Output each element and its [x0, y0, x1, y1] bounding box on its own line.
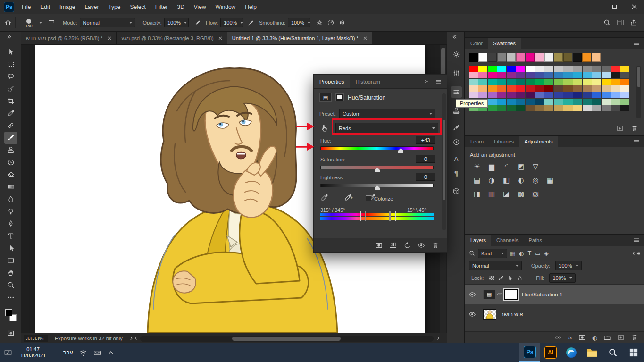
swatch[interactable]: [573, 53, 582, 62]
swatch[interactable]: [469, 92, 478, 98]
swatch[interactable]: [602, 66, 611, 72]
swatch[interactable]: [488, 79, 497, 85]
layer-visibility-toggle[interactable]: [465, 285, 479, 304]
range-handle[interactable]: [365, 211, 366, 221]
swatch[interactable]: [583, 99, 592, 105]
link-layers-icon[interactable]: [554, 334, 562, 341]
swatch[interactable]: [535, 105, 544, 111]
swatch[interactable]: [544, 92, 553, 98]
delete-adjustment-icon[interactable]: [432, 242, 439, 249]
targeted-adjustment-icon[interactable]: [320, 124, 329, 132]
opacity-select[interactable]: 100%: [164, 18, 189, 27]
swatch[interactable]: [583, 72, 592, 78]
hand-tool[interactable]: [4, 267, 17, 279]
swatch[interactable]: [497, 72, 506, 78]
tab-learn[interactable]: Learn: [465, 136, 489, 147]
hue-slider[interactable]: [320, 146, 434, 150]
swatch[interactable]: [620, 92, 629, 98]
swatch[interactable]: [620, 66, 629, 72]
tab-close-icon[interactable]: [363, 36, 367, 40]
kind-filter-select[interactable]: Kind: [478, 249, 507, 258]
foreground-color-swatch[interactable]: [5, 309, 12, 316]
lock-transparency-icon[interactable]: [489, 276, 494, 280]
toggle-visibility-icon[interactable]: [418, 242, 425, 249]
airbrush-icon[interactable]: [247, 19, 255, 26]
swatch[interactable]: [620, 85, 629, 92]
swatch[interactable]: [583, 79, 592, 85]
levels-adjustment-icon[interactable]: ▆: [486, 162, 497, 171]
swatch[interactable]: [592, 92, 601, 98]
swatch[interactable]: [563, 72, 572, 78]
shape-tool[interactable]: [4, 254, 17, 267]
swatch[interactable]: [544, 53, 553, 62]
swatch[interactable]: [526, 53, 535, 62]
taskbar-illustrator-button[interactable]: Ai: [540, 343, 561, 362]
document-tab-2[interactable]: מגע.psd @ 8.33% (Rectangle 3, RGB/8): [117, 32, 227, 44]
tab-color[interactable]: Color: [465, 38, 488, 49]
paragraph-panel-icon[interactable]: ¶: [451, 168, 462, 179]
new-layer-icon[interactable]: [617, 334, 625, 341]
language-indicator[interactable]: עבר: [63, 349, 73, 356]
panels-expand-icon[interactable]: [452, 34, 458, 40]
gradient-map-adjustment-icon[interactable]: ▩: [516, 189, 526, 199]
swatch[interactable]: [478, 85, 487, 92]
curves-adjustment-icon[interactable]: ◜: [501, 162, 511, 171]
layer-fill-select[interactable]: 100%: [549, 273, 576, 283]
range-handle[interactable]: [360, 211, 361, 221]
menu-view[interactable]: View: [189, 0, 211, 14]
type-filter-icon[interactable]: T: [528, 250, 531, 257]
type-tool[interactable]: [4, 230, 17, 242]
color-swatches[interactable]: [5, 309, 17, 321]
posterize-adjustment-icon[interactable]: ▥: [486, 189, 497, 199]
3d-panel-icon[interactable]: [451, 185, 462, 197]
swatch[interactable]: [602, 79, 611, 85]
gradient-tool[interactable]: [4, 181, 17, 193]
swatch[interactable]: [602, 72, 611, 78]
pixel-filter-icon[interactable]: ▦: [510, 250, 515, 257]
home-icon[interactable]: [4, 19, 12, 26]
swatch[interactable]: [469, 66, 478, 72]
swatch[interactable]: [516, 53, 525, 62]
swatch[interactable]: [620, 99, 629, 105]
swatch[interactable]: [563, 79, 572, 85]
quick-mask-button[interactable]: [4, 327, 17, 339]
swatch[interactable]: [544, 105, 553, 111]
swatch[interactable]: [526, 92, 535, 98]
swatch[interactable]: [497, 85, 506, 92]
layer-name[interactable]: Hue/Saturation 1: [522, 292, 562, 297]
swatch[interactable]: [488, 66, 497, 72]
filter-search-icon[interactable]: [469, 250, 475, 256]
swatch[interactable]: [544, 66, 553, 72]
swatch[interactable]: [497, 99, 506, 105]
swatch[interactable]: [507, 99, 516, 105]
pen-tablet-tray-icon[interactable]: [4, 348, 12, 357]
swatch[interactable]: [469, 79, 478, 85]
swatch[interactable]: [535, 66, 544, 72]
swatch[interactable]: [497, 105, 506, 111]
vibrance-adjustment-icon[interactable]: ▽: [530, 162, 541, 171]
chevron-down-icon[interactable]: [39, 22, 42, 24]
menu-help[interactable]: Help: [240, 0, 261, 14]
swatch[interactable]: [478, 79, 487, 85]
workspace-icon[interactable]: [617, 19, 624, 26]
zoom-level-field[interactable]: 33.33%: [24, 335, 48, 342]
new-swatch-icon[interactable]: [616, 125, 624, 132]
menu-select[interactable]: Select: [125, 0, 150, 14]
lock-all-icon[interactable]: [517, 275, 523, 281]
swatch[interactable]: [516, 105, 525, 111]
tab-swatches[interactable]: Swatches: [488, 38, 521, 49]
threshold-adjustment-icon[interactable]: ◪: [501, 189, 511, 199]
swatch[interactable]: [507, 92, 516, 98]
menu-3d[interactable]: 3D: [172, 0, 189, 14]
swatch[interactable]: [535, 99, 544, 105]
swatch[interactable]: [526, 72, 535, 78]
dodge-tool[interactable]: [4, 205, 17, 218]
swatch[interactable]: [573, 92, 582, 98]
layer-visibility-toggle[interactable]: [465, 304, 479, 324]
new-adjustment-icon[interactable]: ◐: [592, 334, 597, 341]
swatch[interactable]: [469, 53, 478, 62]
swatch[interactable]: [563, 105, 572, 111]
swatch[interactable]: [611, 85, 620, 92]
flow-select[interactable]: 100%: [220, 18, 243, 27]
history-tool[interactable]: [4, 156, 17, 168]
